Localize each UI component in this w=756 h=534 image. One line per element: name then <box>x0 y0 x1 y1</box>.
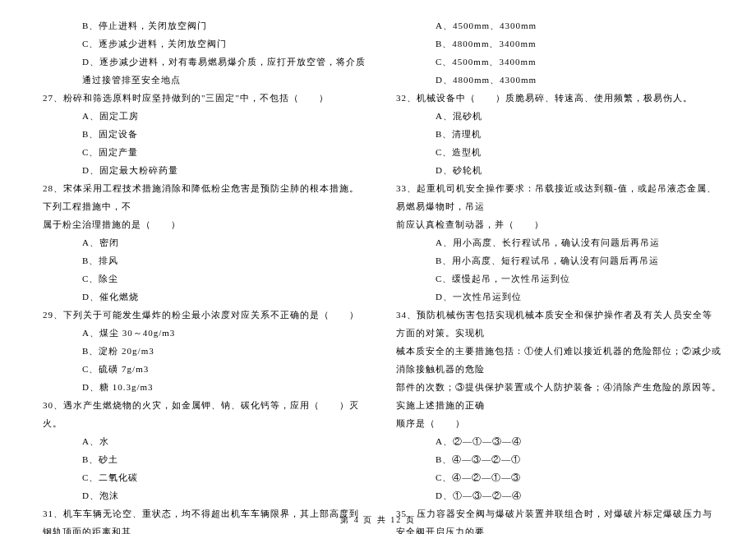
page-footer: 第 4 页 共 12 页 <box>0 514 756 526</box>
option-item: A、水 <box>35 432 368 450</box>
option-item: C、二氧化碳 <box>35 468 368 486</box>
option-item: C、4500mm、3400mm <box>388 53 721 71</box>
option-item: B、排风 <box>35 251 368 269</box>
question-29: 29、下列关于可能发生爆炸的粉尘最小浓度对应关系不正确的是（ ） <box>35 306 368 324</box>
question-32: 32、机械设备中（ ）质脆易碎、转速高、使用频繁，极易伤人。 <box>388 89 721 107</box>
option-item: A、煤尘 30～40g/m3 <box>35 324 368 342</box>
right-column: A、4500mm、4300mm B、4800mm、3400mm C、4500mm… <box>378 16 731 485</box>
question-33: 33、起重机司机安全操作要求：吊载接近或达到额-值，或起吊液态金属、易燃易爆物时… <box>388 179 721 215</box>
option-item: A、4500mm、4300mm <box>388 16 721 35</box>
option-item: C、硫磺 7g/m3 <box>35 360 368 378</box>
option-item: D、砂轮机 <box>388 161 721 179</box>
option-item: C、逐步减少进料，关闭放空阀门 <box>35 35 368 53</box>
option-item: D、4800mm、4300mm <box>388 71 721 89</box>
option-item: B、淀粉 20g/m3 <box>35 342 368 360</box>
option-item: D、催化燃烧 <box>35 288 368 306</box>
question-33-cont: 前应认真检查制动器，并（ ） <box>388 215 721 233</box>
option-item: D、逐步减少进料，对有毒易燃易爆介质，应打开放空管，将介质通过接管排至安全地点 <box>35 53 368 89</box>
left-column: B、停止进料，关闭放空阀门 C、逐步减少进料，关闭放空阀门 D、逐步减少进料，对… <box>25 16 378 485</box>
question-34: 34、预防机械伤害包括实现机械本质安全和保护操作者及有关人员安全等方面的对策。实… <box>388 306 721 342</box>
option-item: C、缓慢起吊，一次性吊运到位 <box>388 269 721 288</box>
question-34-cont2: 部件的次数；③提供保护装置或个人防护装备；④消除产生危险的原因等。实施上述措施的… <box>388 378 721 414</box>
option-item: B、清理机 <box>388 125 721 143</box>
option-item: A、固定工房 <box>35 107 368 125</box>
question-28: 28、宋体采用工程技术措施消除和降低粉尘危害是预防尘肺的根本措施。下列工程措施中… <box>35 179 368 215</box>
option-item: C、除尘 <box>35 269 368 288</box>
option-item: A、用小高度、长行程试吊，确认没有问题后再吊运 <box>388 233 721 251</box>
option-item: D、糖 10.3g/m3 <box>35 378 368 396</box>
option-item: B、用小高度、短行程试吊，确认没有问题后再吊运 <box>388 251 721 269</box>
option-item: B、停止进料，关闭放空阀门 <box>35 16 368 35</box>
option-item: A、密闭 <box>35 233 368 251</box>
question-34-cont3: 顺序是（ ） <box>388 414 721 432</box>
option-item: B、④—③—②—① <box>388 450 721 468</box>
question-30: 30、遇水产生燃烧物的火灾，如金属钾、钠、碳化钙等，应用（ ）灭火。 <box>35 396 368 432</box>
option-item: C、造型机 <box>388 143 721 161</box>
option-item: B、砂土 <box>35 450 368 468</box>
option-item: D、一次性吊运到位 <box>388 288 721 306</box>
option-item: B、固定设备 <box>35 125 368 143</box>
question-27: 27、粉碎和筛选原料时应坚持做到的"三固定"中，不包括（ ） <box>35 89 368 107</box>
option-item: A、混砂机 <box>388 107 721 125</box>
question-28-cont: 属于粉尘治理措施的是（ ） <box>35 215 368 233</box>
option-item: D、①—③—②—④ <box>388 486 721 504</box>
page-container: B、停止进料，关闭放空阀门 C、逐步减少进料，关闭放空阀门 D、逐步减少进料，对… <box>0 0 756 509</box>
question-34-cont1: 械本质安全的主要措施包括：①使人们难以接近机器的危险部位；②减少或消除接触机器的… <box>388 342 721 378</box>
option-item: B、4800mm、3400mm <box>388 35 721 53</box>
option-item: D、泡沫 <box>35 486 368 504</box>
option-item: D、固定最大粉碎药量 <box>35 161 368 179</box>
option-item: A、②—①—③—④ <box>388 432 721 450</box>
option-item: C、固定产量 <box>35 143 368 161</box>
option-item: C、④—②—①—③ <box>388 468 721 486</box>
